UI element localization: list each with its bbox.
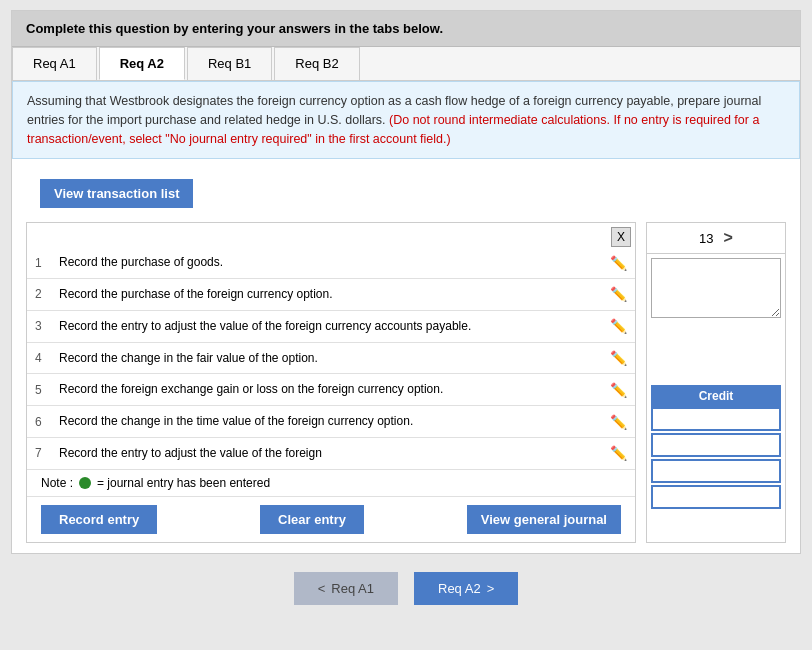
clear-entry-button[interactable]: Clear entry [260,505,364,534]
item-text: Record the entry to adjust the value of … [59,318,602,335]
edit-icon-5[interactable]: ✏️ [610,382,627,398]
list-item: 2 Record the purchase of the foreign cur… [27,279,635,311]
list-item: 1 Record the purchase of goods. ✏️ [27,247,635,279]
next-label: Req A2 [438,581,481,596]
item-num: 6 [35,415,51,429]
prev-button[interactable]: < Req A1 [294,572,398,605]
credit-text-area[interactable] [651,258,781,318]
right-panel: 13 > Credit [646,222,786,543]
credit-header: Credit [651,385,781,407]
pagination-nav: 13 > [647,223,785,254]
tabs-row: Req A1 Req A2 Req B1 Req B2 [12,47,800,81]
credit-input-3[interactable] [651,459,781,483]
credit-label: Credit [699,389,734,403]
list-item: 3 Record the entry to adjust the value o… [27,311,635,343]
prev-label: Req A1 [331,581,374,596]
item-text: Record the entry to adjust the value of … [59,445,602,462]
next-button[interactable]: Req A2 > [414,572,518,605]
tab-req-a1[interactable]: Req A1 [12,47,97,80]
credit-input-2[interactable] [651,433,781,457]
item-text: Record the change in the time value of t… [59,413,602,430]
list-item: 6 Record the change in the time value of… [27,406,635,438]
item-num: 5 [35,383,51,397]
next-arrow-icon: > [487,581,495,596]
view-transaction-button[interactable]: View transaction list [40,179,193,208]
item-text: Record the purchase of the foreign curre… [59,286,602,303]
green-dot-icon [79,477,91,489]
item-text: Record the foreign exchange gain or loss… [59,381,602,398]
credit-input-1[interactable] [651,407,781,431]
credit-input-4[interactable] [651,485,781,509]
item-num: 1 [35,256,51,270]
note-prefix: Note : [41,476,73,490]
bottom-buttons: Record entry Clear entry View general jo… [27,496,635,542]
close-button[interactable]: X [611,227,631,247]
transaction-list-panel: X 1 Record the purchase of goods. ✏️ 2 R… [26,222,636,543]
tab-req-a2[interactable]: Req A2 [99,47,185,80]
edit-icon-7[interactable]: ✏️ [610,445,627,461]
prev-arrow-icon: < [318,581,326,596]
item-num: 7 [35,446,51,460]
edit-icon-1[interactable]: ✏️ [610,255,627,271]
list-item: 4 Record the change in the fair value of… [27,343,635,375]
item-num: 3 [35,319,51,333]
list-item: 7 Record the entry to adjust the value o… [27,438,635,470]
header-instruction: Complete this question by entering your … [12,11,800,47]
note-row: Note : = journal entry has been entered [27,470,635,496]
item-text: Record the purchase of goods. [59,254,602,271]
record-entry-button[interactable]: Record entry [41,505,157,534]
edit-icon-3[interactable]: ✏️ [610,318,627,334]
next-page-arrow[interactable]: > [724,229,733,247]
edit-icon-6[interactable]: ✏️ [610,414,627,430]
tab-req-b1[interactable]: Req B1 [187,47,272,80]
tab-req-b2[interactable]: Req B2 [274,47,359,80]
transaction-list: 1 Record the purchase of goods. ✏️ 2 Rec… [27,247,635,470]
page-number: 13 [699,231,713,246]
list-item: 5 Record the foreign exchange gain or lo… [27,374,635,406]
edit-icon-4[interactable]: ✏️ [610,350,627,366]
item-num: 4 [35,351,51,365]
note-text: = journal entry has been entered [97,476,270,490]
footer-nav: < Req A1 Req A2 > [294,572,519,605]
item-text: Record the change in the fair value of t… [59,350,602,367]
header-text: Complete this question by entering your … [26,21,443,36]
credit-input-area: Credit [647,254,785,542]
instruction-box: Assuming that Westbrook designates the f… [12,81,800,159]
item-num: 2 [35,287,51,301]
view-general-journal-button[interactable]: View general journal [467,505,621,534]
edit-icon-2[interactable]: ✏️ [610,286,627,302]
